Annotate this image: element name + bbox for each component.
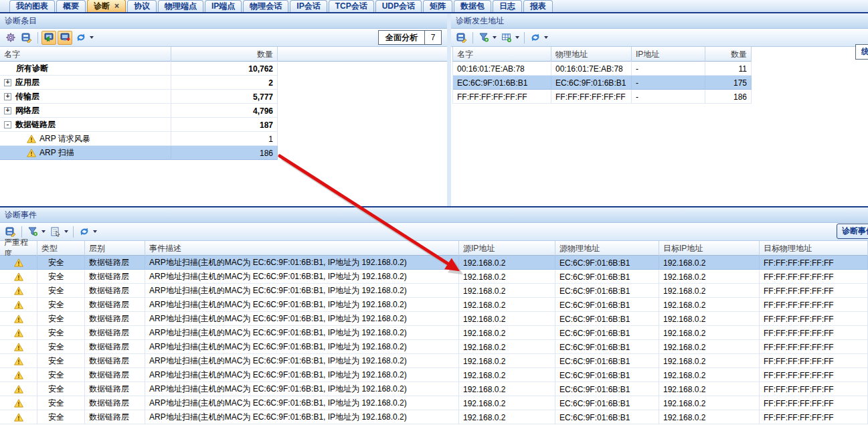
refresh-dropdown-icon[interactable] <box>544 36 548 39</box>
column-header-count[interactable]: 数量 <box>705 47 752 62</box>
statistics-button[interactable]: 统计 <box>855 44 868 60</box>
tab-概要[interactable]: 概要 <box>56 0 86 12</box>
address-row[interactable]: EC:6C:9F:01:6B:B1EC:6C:9F:01:6B:B1-175 <box>453 76 751 90</box>
tree-row[interactable]: +网络层4,796 <box>0 104 278 118</box>
column-header-layer[interactable]: 层别 <box>85 241 145 256</box>
full-analysis-count: 7 <box>424 30 442 45</box>
event-row[interactable]: 安全数据链路层ARP地址扫描(主机的MAC为 EC:6C:9F:01:6B:B1… <box>0 368 868 382</box>
column-header-name[interactable]: 名字 <box>453 47 551 62</box>
tree-row[interactable]: 所有诊断10,762 <box>0 62 278 76</box>
tab-物理会话[interactable]: 物理会话 <box>243 0 288 12</box>
tab-诊断[interactable]: 诊断× <box>87 0 126 12</box>
tree-row[interactable]: +传输层5,777 <box>0 90 278 104</box>
full-analysis-button[interactable]: 全面分析 <box>378 30 424 45</box>
tab-日志[interactable]: 日志 <box>493 0 522 12</box>
tab-协议[interactable]: 协议 <box>127 0 157 12</box>
address-row[interactable]: FF:FF:FF:FF:FF:FFFF:FF:FF:FF:FF:FF-186 <box>453 90 751 104</box>
warning-icon <box>27 149 36 157</box>
event-row[interactable]: 安全数据链路层ARP地址扫描(主机的MAC为 EC:6C:9F:01:6B:B1… <box>0 312 868 326</box>
column-header-count[interactable]: 数量 <box>171 47 278 62</box>
warning-icon <box>14 315 23 323</box>
event-cell-severity <box>0 396 37 410</box>
event-cell-layer: 数据链路层 <box>85 312 145 326</box>
refresh-dropdown-icon[interactable] <box>93 230 97 233</box>
tree-row[interactable]: ARP 扫描186 <box>0 146 278 160</box>
filter-funnel-icon[interactable] <box>476 31 491 45</box>
event-cell-layer: 数据链路层 <box>85 298 145 312</box>
event-row[interactable]: 安全数据链路层ARP地址扫描(主机的MAC为 EC:6C:9F:01:6B:B1… <box>0 340 868 354</box>
tab-报表[interactable]: 报表 <box>523 0 553 12</box>
address-row[interactable]: 00:16:01:7E:AB:7800:16:01:7E:AB:78-11 <box>453 62 751 76</box>
refresh-icon[interactable] <box>74 31 88 45</box>
table-add-icon[interactable] <box>499 31 514 45</box>
column-header-description[interactable]: 事件描述 <box>145 241 459 256</box>
tree-row[interactable]: -数据链路层187 <box>0 118 278 132</box>
event-cell-description: ARP地址扫描(主机的MAC为 EC:6C:9F:01:6B:B1, IP地址为… <box>145 410 459 424</box>
warning-icon <box>14 343 23 351</box>
column-header-ip[interactable]: IP地址 <box>632 47 705 62</box>
warning-icon <box>14 286 23 295</box>
tab-我的图表[interactable]: 我的图表 <box>9 0 55 12</box>
column-header-type[interactable]: 类型 <box>37 241 85 256</box>
tab-IP端点[interactable]: IP端点 <box>205 0 242 12</box>
event-row[interactable]: 安全数据链路层ARP地址扫描(主机的MAC为 EC:6C:9F:01:6B:B1… <box>0 298 868 312</box>
tab-TCP会话[interactable]: TCP会话 <box>329 0 374 12</box>
tab-物理端点[interactable]: 物理端点 <box>158 0 203 12</box>
diagnosis-addresses-toolbar <box>451 29 868 47</box>
event-cell-src_mac: EC:6C:9F:01:6B:B1 <box>555 368 659 382</box>
column-header-mac[interactable]: 物理地址 <box>551 47 632 62</box>
column-header-src_ip[interactable]: 源IP地址 <box>459 241 555 256</box>
tree-row[interactable]: ARP 请求风暴1 <box>0 132 278 146</box>
export-report-icon[interactable] <box>19 31 34 45</box>
expand-plus-icon[interactable]: + <box>4 93 11 100</box>
filter-dropdown-icon[interactable] <box>41 230 46 233</box>
settings-gear-icon[interactable] <box>3 31 18 45</box>
event-cell-dst_mac: FF:FF:FF:FF:FF:FF <box>760 312 868 326</box>
event-cell-src_ip: 192.168.0.2 <box>459 284 555 298</box>
column-header-dst_mac[interactable]: 目标物理地址 <box>760 241 868 256</box>
event-row[interactable]: 安全数据链路层ARP地址扫描(主机的MAC为 EC:6C:9F:01:6B:B1… <box>0 270 868 284</box>
refresh-icon[interactable] <box>528 31 543 45</box>
column-header-src_mac[interactable]: 源物理地址 <box>555 241 659 256</box>
address-cell-name: EC:6C:9F:01:6B:B1 <box>453 76 551 90</box>
tab-UDP会话[interactable]: UDP会话 <box>375 0 422 12</box>
tab-close-icon[interactable]: × <box>114 1 119 11</box>
event-row[interactable]: 安全数据链路层ARP地址扫描(主机的MAC为 EC:6C:9F:01:6B:B1… <box>0 382 868 396</box>
event-cell-description: ARP地址扫描(主机的MAC为 EC:6C:9F:01:6B:B1, IP地址为… <box>145 312 459 326</box>
address-cell-mac: FF:FF:FF:FF:FF:FF <box>551 90 632 104</box>
address-cell-ip: - <box>632 90 705 104</box>
export-report-icon[interactable] <box>454 31 469 45</box>
diagnosis-events-corner-button[interactable]: 诊断事件 <box>837 224 868 239</box>
event-cell-type: 安全 <box>37 298 85 312</box>
capsa-diagnosis-window: 我的图表概要诊断×协议物理端点IP端点物理会话IP会话TCP会话UDP会话矩阵数… <box>0 0 868 425</box>
tree-row[interactable]: +应用层2 <box>0 76 278 90</box>
filter-dropdown-icon[interactable] <box>493 36 497 39</box>
monitor-add-icon[interactable] <box>58 31 72 45</box>
refresh-dropdown-icon[interactable] <box>90 36 94 39</box>
event-row[interactable]: 安全数据链路层ARP地址扫描(主机的MAC为 EC:6C:9F:01:6B:B1… <box>0 256 868 270</box>
expand-plus-icon[interactable]: + <box>4 107 11 114</box>
locate-list-icon[interactable] <box>48 225 63 239</box>
event-row[interactable]: 安全数据链路层ARP地址扫描(主机的MAC为 EC:6C:9F:01:6B:B1… <box>0 326 868 340</box>
warning-icon <box>14 413 23 422</box>
event-cell-severity <box>0 354 37 368</box>
column-header-name[interactable]: 名字 <box>0 47 171 62</box>
event-row[interactable]: 安全数据链路层ARP地址扫描(主机的MAC为 EC:6C:9F:01:6B:B1… <box>0 410 868 424</box>
tab-数据包[interactable]: 数据包 <box>454 0 491 12</box>
event-row[interactable]: 安全数据链路层ARP地址扫描(主机的MAC为 EC:6C:9F:01:6B:B1… <box>0 396 868 410</box>
tab-矩阵[interactable]: 矩阵 <box>423 0 452 12</box>
table-dropdown-icon[interactable] <box>515 36 519 39</box>
expand-plus-icon[interactable]: + <box>4 79 11 86</box>
locate-dropdown-icon[interactable] <box>64 230 68 233</box>
column-header-severity[interactable]: 严重程度 <box>0 241 37 256</box>
event-cell-layer: 数据链路层 <box>85 340 145 354</box>
event-row[interactable]: 安全数据链路层ARP地址扫描(主机的MAC为 EC:6C:9F:01:6B:B1… <box>0 284 868 298</box>
event-cell-type: 安全 <box>37 410 85 424</box>
tab-IP会话[interactable]: IP会话 <box>290 0 327 12</box>
monitor-download-icon[interactable] <box>41 31 56 45</box>
refresh-icon[interactable] <box>77 225 92 239</box>
collapse-minus-icon[interactable]: - <box>4 121 11 129</box>
event-row[interactable]: 安全数据链路层ARP地址扫描(主机的MAC为 EC:6C:9F:01:6B:B1… <box>0 354 868 368</box>
tree-row-name: +传输层 <box>0 90 171 104</box>
column-header-dst_ip[interactable]: 目标IP地址 <box>659 241 760 256</box>
